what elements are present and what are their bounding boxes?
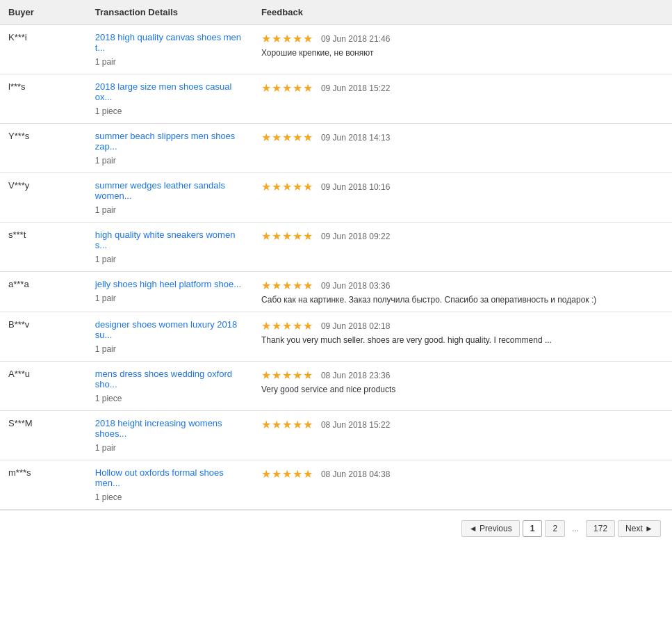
quantity-text: 1 pair — [95, 293, 245, 303]
transaction-link[interactable]: high quality white sneakers women s... — [95, 230, 236, 250]
table-row: l***s2018 large size men shoes casual ox… — [0, 74, 672, 124]
transaction-link[interactable]: jelly shoes high heel platform shoe... — [95, 279, 241, 289]
star-icon: ★ — [272, 32, 281, 45]
quantity-text: 1 pair — [95, 57, 245, 67]
star-icon: ★ — [282, 369, 292, 382]
star-icon: ★ — [272, 319, 281, 332]
star-icon: ★ — [303, 467, 313, 481]
feedback-text: Very good service and nice products — [261, 385, 664, 394]
feedback-cell: ★★★★★09 Jun 2018 02:18Thank you very muc… — [253, 312, 672, 362]
buyer-cell: S***M — [0, 411, 87, 460]
star-icon: ★ — [261, 32, 271, 45]
star-rating: ★★★★★ — [261, 32, 313, 45]
star-icon: ★ — [261, 319, 271, 332]
transaction-cell: designer shoes women luxury 2018 su...1 … — [87, 312, 253, 362]
quantity-text: 1 piece — [95, 492, 245, 502]
transaction-cell: jelly shoes high heel platform shoe...1 … — [87, 272, 253, 312]
star-rating: ★★★★★ — [261, 81, 313, 95]
star-icon: ★ — [293, 319, 302, 332]
star-icon: ★ — [261, 279, 271, 292]
table-row: m***sHollow out oxfords formal shoes men… — [0, 460, 672, 510]
transaction-link[interactable]: Hollow out oxfords formal shoes men... — [95, 467, 224, 488]
quantity-text: 1 pair — [95, 344, 245, 354]
transaction-link[interactable]: summer beach slippers men shoes zap... — [95, 131, 236, 152]
feedback-cell: ★★★★★09 Jun 2018 09:22 — [253, 223, 672, 272]
table-row: B***vdesigner shoes women luxury 2018 su… — [0, 312, 672, 362]
star-icon: ★ — [261, 81, 271, 95]
star-rating: ★★★★★ — [261, 369, 313, 382]
star-rating: ★★★★★ — [261, 279, 313, 292]
transaction-cell: 2018 high quality canvas shoes men t...1… — [87, 25, 253, 74]
star-icon: ★ — [293, 131, 302, 144]
star-icon: ★ — [303, 81, 313, 95]
star-icon: ★ — [303, 131, 313, 144]
feedback-date: 08 Jun 2018 23:36 — [321, 371, 390, 380]
buyer-cell: l***s — [0, 74, 87, 124]
star-icon: ★ — [282, 32, 292, 45]
prev-button[interactable]: ◄ Previous — [461, 520, 520, 537]
feedback-date: 09 Jun 2018 14:13 — [321, 133, 390, 143]
buyer-cell: V***y — [0, 173, 87, 223]
star-icon: ★ — [282, 279, 292, 292]
feedback-date: 09 Jun 2018 21:46 — [321, 34, 390, 44]
transaction-cell: summer beach slippers men shoes zap...1 … — [87, 124, 253, 173]
star-icon: ★ — [282, 81, 292, 95]
transaction-link[interactable]: 2018 height increasing womens shoes... — [95, 418, 222, 439]
buyer-cell: K***i — [0, 25, 87, 74]
star-icon: ★ — [293, 467, 302, 481]
star-icon: ★ — [261, 230, 271, 243]
page-2-button[interactable]: 2 — [545, 520, 565, 537]
buyer-cell: A***u — [0, 362, 87, 411]
page-1-button[interactable]: 1 — [523, 520, 543, 537]
star-icon: ★ — [293, 369, 302, 382]
feedback-cell: ★★★★★09 Jun 2018 14:13 — [253, 124, 672, 173]
star-icon: ★ — [303, 180, 313, 193]
transaction-link[interactable]: 2018 large size men shoes casual ox... — [95, 81, 232, 102]
star-icon: ★ — [293, 180, 302, 193]
star-icon: ★ — [272, 467, 281, 481]
buyer-cell: s***t — [0, 223, 87, 272]
table-row: A***umens dress shoes wedding oxford sho… — [0, 362, 672, 411]
star-rating: ★★★★★ — [261, 230, 313, 243]
feedback-cell: ★★★★★09 Jun 2018 03:36Сабо как на картин… — [253, 272, 672, 312]
feedback-text: Хорошие крепкие, не воняют — [261, 48, 664, 58]
star-icon: ★ — [293, 418, 302, 431]
transaction-cell: 2018 large size men shoes casual ox...1 … — [87, 74, 253, 124]
star-icon: ★ — [293, 32, 302, 45]
transaction-link[interactable]: summer wedges leather sandals women... — [95, 180, 225, 201]
feedback-cell: ★★★★★08 Jun 2018 15:22 — [253, 411, 672, 460]
star-icon: ★ — [261, 180, 271, 193]
feedback-date: 09 Jun 2018 02:18 — [321, 321, 390, 331]
transaction-link[interactable]: designer shoes women luxury 2018 su... — [95, 319, 238, 340]
star-icon: ★ — [261, 418, 271, 431]
transaction-cell: mens dress shoes wedding oxford sho...1 … — [87, 362, 253, 411]
quantity-text: 1 pair — [95, 205, 245, 215]
feedback-cell: ★★★★★08 Jun 2018 04:38 — [253, 460, 672, 510]
buyer-cell: m***s — [0, 460, 87, 510]
col-header-transaction: Transaction Details — [87, 0, 253, 25]
star-icon: ★ — [261, 467, 271, 481]
transaction-cell: 2018 height increasing womens shoes...1 … — [87, 411, 253, 460]
feedback-date: 09 Jun 2018 15:22 — [321, 83, 390, 93]
star-icon: ★ — [282, 131, 292, 144]
page-last-button[interactable]: 172 — [586, 520, 615, 537]
quantity-text: 1 pair — [95, 443, 245, 453]
col-header-feedback: Feedback — [253, 0, 672, 25]
transaction-link[interactable]: mens dress shoes wedding oxford sho... — [95, 369, 232, 389]
feedback-date: 09 Jun 2018 09:22 — [321, 232, 390, 241]
reviews-table-container: Buyer Transaction Details Feedback K***i… — [0, 0, 672, 547]
star-icon: ★ — [282, 230, 292, 243]
star-icon: ★ — [272, 279, 281, 292]
table-row: K***i2018 high quality canvas shoes men … — [0, 25, 672, 74]
table-row: a***ajelly shoes high heel platform shoe… — [0, 272, 672, 312]
next-button[interactable]: Next ► — [618, 520, 661, 537]
table-row: Y***ssummer beach slippers men shoes zap… — [0, 124, 672, 173]
transaction-link[interactable]: 2018 high quality canvas shoes men t... — [95, 32, 241, 53]
reviews-table: Buyer Transaction Details Feedback K***i… — [0, 0, 672, 510]
feedback-cell: ★★★★★09 Jun 2018 21:46Хорошие крепкие, н… — [253, 25, 672, 74]
star-icon: ★ — [303, 418, 313, 431]
star-icon: ★ — [272, 131, 281, 144]
transaction-cell: high quality white sneakers women s...1 … — [87, 223, 253, 272]
star-icon: ★ — [272, 180, 281, 193]
quantity-text: 1 pair — [95, 156, 245, 166]
